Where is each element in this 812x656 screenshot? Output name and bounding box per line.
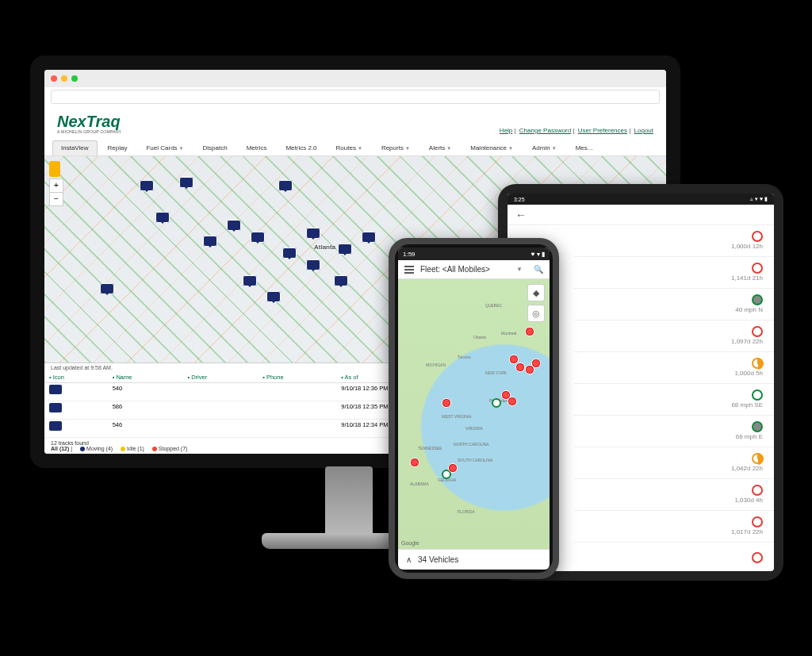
vehicle-marker[interactable] <box>362 232 376 243</box>
nav-fuel-cards[interactable]: Fuel Cards▼ <box>137 140 192 155</box>
vehicle-marker[interactable] <box>100 283 114 294</box>
nav-dispatch[interactable]: Dispatch <box>194 140 236 155</box>
legend-stopped[interactable]: Stopped (7) <box>159 446 188 451</box>
list-item[interactable] <box>574 543 774 571</box>
legend-moving[interactable]: Moving (4) <box>86 446 113 451</box>
nav-metrics-2-0[interactable]: Metrics 2.0 <box>277 140 325 155</box>
vehicle-marker[interactable] <box>338 244 352 255</box>
vehicle-marker[interactable] <box>155 212 170 223</box>
window-close-dot[interactable] <box>51 75 57 82</box>
fleet-selector[interactable]: Fleet: <All Mobiles> <box>420 265 510 274</box>
hamburger-icon[interactable] <box>404 266 414 274</box>
vehicle-marker[interactable] <box>278 180 293 191</box>
chevron-down-icon: ▼ <box>405 146 410 151</box>
vehicle-pin[interactable] <box>515 363 525 372</box>
nav-routes[interactable]: Routes▼ <box>327 140 371 155</box>
phone-map[interactable]: ◆ ◎ QUEBEC Ottawa Montreal Toronto MICHI… <box>398 279 550 549</box>
vehicle-pin[interactable] <box>508 397 517 406</box>
logo-text: NexTraq <box>57 113 121 129</box>
list-item[interactable]: 1,030d 4h <box>574 479 774 511</box>
map-label: Montreal <box>501 331 516 336</box>
nav-replay[interactable]: Replay <box>99 140 136 155</box>
header-link-user-preferences[interactable]: User Preferences <box>578 127 627 134</box>
layers-icon[interactable]: ◆ <box>527 284 545 301</box>
zoom-out-button[interactable]: − <box>50 193 63 205</box>
list-item[interactable]: 40 mph N <box>574 289 774 320</box>
vehicle-marker[interactable] <box>282 247 297 259</box>
nav-maintenance[interactable]: Maintenance▼ <box>462 140 522 155</box>
list-item[interactable]: 68 mph SE <box>574 384 774 416</box>
vehicle-meta: 1,141d 21h <box>731 275 763 282</box>
cell-phone <box>258 401 336 419</box>
vehicle-marker[interactable] <box>306 228 320 239</box>
browser-url-bar[interactable] <box>51 90 660 104</box>
nav-reports[interactable]: Reports▼ <box>373 140 419 155</box>
nav-alerts[interactable]: Alerts▼ <box>420 140 460 155</box>
col-phone[interactable]: Phone <box>258 372 336 383</box>
app-header: NexTraq A MICHELIN GROUP COMPANY Help | … <box>44 109 666 137</box>
list-item[interactable]: 1,017d 22h <box>574 511 774 543</box>
col-driver[interactable]: Driver <box>182 372 258 383</box>
phone-bottom-sheet[interactable]: ∧ 34 Vehicles <box>398 549 550 570</box>
fleet-dropdown-icon[interactable]: ▼ <box>516 266 523 273</box>
map-label: WEST VIRGINIA <box>442 414 472 419</box>
list-item[interactable]: 1,000d 5h <box>574 352 774 384</box>
vehicle-marker[interactable] <box>266 291 281 302</box>
header-link-change-password[interactable]: Change Password <box>519 127 571 134</box>
vehicle-marker[interactable] <box>203 236 217 247</box>
header-link-help[interactable]: Help <box>500 127 512 134</box>
logo: NexTraq A MICHELIN GROUP COMPANY <box>57 113 121 134</box>
legend-idle[interactable]: Idle (1) <box>127 446 144 451</box>
vehicle-marker[interactable] <box>227 220 241 231</box>
vehicle-pin[interactable] <box>492 398 501 408</box>
search-icon[interactable]: 🔍 <box>534 265 543 274</box>
back-icon[interactable]: ← <box>515 209 527 221</box>
vehicle-pin[interactable] <box>448 463 458 473</box>
chevron-down-icon: ▼ <box>446 146 451 151</box>
status-red-icon <box>752 485 763 496</box>
legend-all[interactable]: All (12) <box>51 446 69 451</box>
chevron-up-icon[interactable]: ∧ <box>406 555 412 564</box>
header-link-logout[interactable]: Logout <box>634 127 653 134</box>
vehicle-pin[interactable] <box>531 359 541 368</box>
vehicle-marker[interactable] <box>140 180 154 191</box>
vehicle-marker[interactable] <box>179 177 193 188</box>
nav-metrics[interactable]: Metrics <box>238 140 276 155</box>
pegman-icon[interactable] <box>49 161 60 177</box>
nav-admin[interactable]: Admin▼ <box>523 140 565 155</box>
vehicle-meta: 1,017d 22h <box>731 529 763 536</box>
map-city-label: Atlanta <box>314 244 335 251</box>
status-red-icon <box>752 326 763 337</box>
phone-app-bar: Fleet: <All Mobiles> ▼ 🔍 <box>398 260 550 279</box>
map-label: VIRGINIA <box>465 426 483 431</box>
col-icon[interactable]: Icon <box>44 372 108 383</box>
list-item[interactable]: 1,042d 22h <box>574 447 774 479</box>
col-name[interactable]: Name <box>108 372 183 383</box>
chevron-down-icon: ▼ <box>508 146 513 151</box>
status-orange-icon <box>752 453 763 464</box>
vehicle-marker[interactable] <box>334 275 348 286</box>
cell-driver <box>182 382 258 401</box>
list-item[interactable]: 68 mph E <box>574 416 774 447</box>
vehicle-marker[interactable] <box>243 275 257 286</box>
locate-icon[interactable]: ◎ <box>527 305 545 322</box>
window-max-dot[interactable] <box>71 75 78 82</box>
vehicle-pin[interactable] <box>442 398 451 408</box>
list-item[interactable]: 1,141d 21h <box>574 257 774 289</box>
phone-screen: 1:59 ♥ ▾ ▮ Fleet: <All Mobiles> ▼ 🔍 ◆ ◎ … <box>398 247 550 570</box>
nav-instaview[interactable]: InstaView <box>52 140 98 155</box>
cell-phone <box>258 419 336 437</box>
list-item[interactable]: 1,000d 12h <box>574 225 774 257</box>
chevron-down-icon: ▼ <box>179 146 184 151</box>
nav-mes-[interactable]: Mes... <box>567 140 602 155</box>
status-green-icon <box>752 389 763 401</box>
window-min-dot[interactable] <box>61 75 67 82</box>
list-item[interactable]: 1,097d 22h <box>574 320 774 352</box>
logo-subtext: A MICHELIN GROUP COMPANY <box>57 129 121 134</box>
zoom-in-button[interactable]: + <box>50 179 63 193</box>
vehicle-pin[interactable] <box>410 458 419 467</box>
phone-status-icons: ♥ ▾ ▮ <box>531 251 545 258</box>
vehicle-marker[interactable] <box>251 232 265 243</box>
vehicle-pin[interactable] <box>525 327 534 336</box>
vehicle-marker[interactable] <box>306 259 320 270</box>
